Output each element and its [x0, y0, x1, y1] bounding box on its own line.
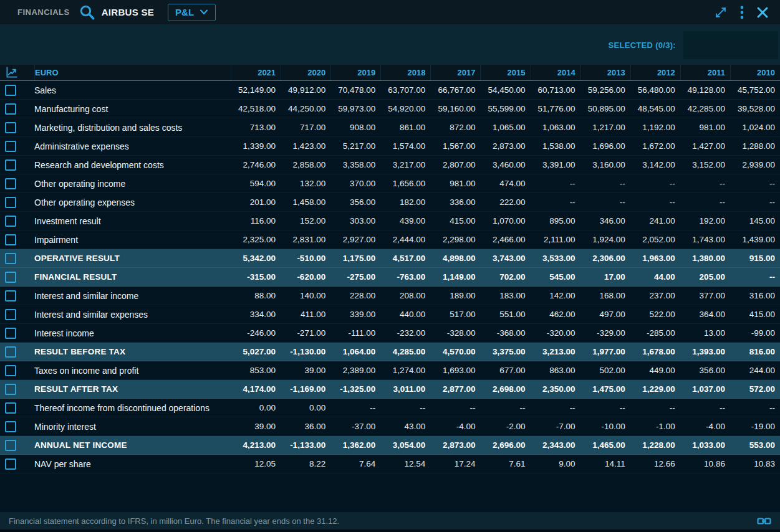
- row-checkbox[interactable]: [5, 290, 16, 302]
- cell-value: -275.00: [330, 272, 380, 282]
- cell-value: 981.00: [430, 179, 480, 188]
- cell-value: -2.00: [480, 422, 530, 431]
- row-checkbox-cell: [0, 272, 34, 283]
- row-checkbox[interactable]: [5, 234, 16, 245]
- footer: Financial statement according to IFRS, i…: [0, 512, 780, 530]
- cell-value: 59,160.00: [430, 104, 480, 113]
- cell-value: 2,111.00: [531, 235, 580, 244]
- cell-value: -4.00: [680, 422, 730, 431]
- cell-value: 3,160.00: [580, 160, 630, 169]
- cell-value: --: [580, 197, 630, 207]
- cell-value: 334.00: [231, 310, 281, 319]
- link-icon[interactable]: [757, 516, 771, 526]
- cell-value: 60,713.00: [531, 85, 580, 95]
- cell-value: 237.00: [630, 291, 680, 300]
- row-checkbox[interactable]: [5, 85, 16, 96]
- cell-value: -99.00: [730, 328, 780, 338]
- close-icon[interactable]: [756, 6, 769, 19]
- cell-value: 915.00: [730, 254, 780, 263]
- cell-value: -4.00: [430, 422, 480, 431]
- cell-value: 1,393.00: [680, 347, 730, 356]
- cell-value: 145.00: [730, 216, 780, 226]
- row-checkbox[interactable]: [5, 440, 16, 451]
- kebab-menu-icon[interactable]: [740, 5, 744, 20]
- cell-value: 3,152.00: [680, 160, 730, 169]
- cell-value: -37.00: [330, 422, 380, 431]
- cell-value: 5,217.00: [330, 141, 380, 151]
- row-checkbox[interactable]: [5, 159, 16, 171]
- cell-value: -1,325.00: [330, 384, 380, 394]
- cell-value: 1,427.00: [680, 141, 730, 151]
- row-checkbox[interactable]: [5, 216, 16, 227]
- cell-value: 183.00: [480, 291, 530, 300]
- cell-value: 1,678.00: [630, 347, 680, 356]
- cell-value: 2,466.00: [480, 235, 530, 244]
- row-checkbox-cell: [0, 402, 34, 414]
- cell-value: 2,877.00: [430, 384, 480, 394]
- row-checkbox[interactable]: [5, 365, 16, 376]
- cell-value: 59,256.00: [580, 85, 630, 95]
- table-body: Sales52,149.0049,912.0070,478.0063,707.0…: [0, 81, 780, 473]
- row-checkbox[interactable]: [5, 272, 16, 283]
- row-label: Sales: [34, 85, 231, 95]
- cell-value: --: [380, 403, 430, 412]
- selection-input[interactable]: [683, 31, 778, 59]
- cell-value: 336.00: [430, 197, 480, 207]
- cell-value: 1,362.00: [330, 440, 380, 450]
- row-checkbox[interactable]: [5, 421, 16, 432]
- cell-value: 2,343.00: [531, 440, 580, 450]
- cell-value: 63,707.00: [380, 85, 430, 95]
- row-checkbox[interactable]: [5, 346, 16, 358]
- cell-value: 1,065.00: [480, 123, 530, 132]
- row-label: Other operating expenses: [34, 197, 231, 207]
- row-checkbox[interactable]: [5, 384, 16, 395]
- table-row: FINANCIAL RESULT-315.00-620.00-275.00-76…: [0, 268, 780, 287]
- row-checkbox[interactable]: [5, 197, 16, 208]
- row-checkbox[interactable]: [5, 402, 16, 414]
- cell-value: 51,776.00: [531, 104, 580, 113]
- row-checkbox-cell: [0, 197, 34, 208]
- cell-value: 356.00: [330, 197, 380, 207]
- cell-value: 702.00: [480, 272, 530, 282]
- cell-value: 116.00: [231, 216, 281, 226]
- cell-value: 12.66: [630, 459, 680, 468]
- table-row: Sales52,149.0049,912.0070,478.0063,707.0…: [0, 81, 780, 100]
- cell-value: -7.00: [531, 422, 580, 431]
- cell-value: 1,465.00: [580, 440, 630, 450]
- year-header: 2020: [281, 65, 330, 80]
- row-checkbox[interactable]: [5, 309, 16, 320]
- cell-value: 415.00: [430, 216, 480, 226]
- cell-value: 132.00: [281, 179, 330, 188]
- expand-icon[interactable]: [714, 6, 728, 19]
- cell-value: 49,128.00: [680, 85, 730, 95]
- table-row: OPERATIVE RESULT5,342.00-510.001,175.004…: [0, 249, 780, 268]
- cell-value: 2,831.00: [281, 235, 330, 244]
- cell-value: -315.00: [231, 272, 281, 282]
- cell-value: 14.11: [580, 459, 630, 468]
- search-icon[interactable]: [79, 4, 95, 21]
- statement-type-dropdown[interactable]: P&L: [168, 4, 216, 21]
- year-header: 2010: [730, 65, 780, 80]
- row-checkbox[interactable]: [5, 141, 16, 152]
- row-checkbox[interactable]: [5, 458, 16, 470]
- cell-value: 3,743.00: [480, 254, 530, 263]
- cell-value: 244.00: [730, 366, 780, 375]
- cell-value: 572.00: [730, 384, 780, 394]
- year-header: 2015: [480, 65, 530, 80]
- cell-value: 1,743.00: [680, 235, 730, 244]
- row-checkbox[interactable]: [5, 178, 16, 189]
- row-checkbox-cell: [0, 384, 34, 395]
- cell-value: 2,389.00: [330, 366, 380, 375]
- chart-icon[interactable]: [0, 67, 34, 78]
- row-checkbox[interactable]: [5, 328, 16, 339]
- row-label: Taxes on income and profit: [34, 366, 231, 376]
- cell-value: 7.64: [330, 459, 380, 468]
- company-name: AIRBUS SE: [102, 7, 154, 17]
- cell-value: 43.00: [380, 422, 430, 431]
- cell-value: 7.61: [480, 459, 530, 468]
- row-checkbox[interactable]: [5, 122, 16, 133]
- table-filler: [0, 473, 780, 512]
- cell-value: 54,450.00: [480, 85, 530, 95]
- row-checkbox[interactable]: [5, 253, 16, 264]
- row-checkbox[interactable]: [5, 103, 16, 115]
